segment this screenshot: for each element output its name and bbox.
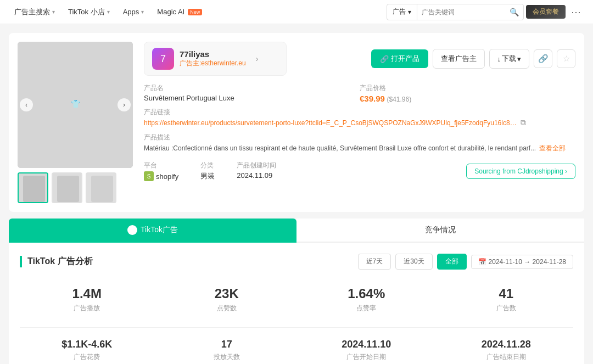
category-section: 分类 男装 (200, 161, 215, 181)
brand-box[interactable]: 7 77iliyas 广告主:estherwinter.eu › (144, 42, 287, 76)
metric-days-value: 17 (165, 339, 289, 350)
metric-days: 17 投放天数 (160, 333, 294, 364)
metric-ad-plays-label: 广告播放 (25, 304, 149, 313)
gallery-next-button[interactable]: › (118, 98, 131, 111)
thumbnail-3[interactable] (86, 172, 116, 203)
filter-30days[interactable]: 近30天 (395, 254, 432, 270)
link-icon: 🔗 (538, 54, 549, 64)
nav-apps[interactable]: Apps ▾ (118, 4, 150, 19)
product-link-label: 产品链接 (144, 108, 575, 117)
svg-rect-9 (23, 176, 45, 202)
download-button[interactable]: ↓ 下载 ▾ (489, 49, 530, 69)
vip-button[interactable]: 会员套餐 (526, 5, 566, 19)
brand-name: 77iliyas (180, 49, 246, 59)
content-tabs: ♪ TikTok广告 竞争情况 (9, 219, 584, 243)
platform-row: 平台 S shopify 分类 男装 产品创建时间 2024.11.09 (144, 161, 575, 181)
metric-likes-label: 点赞数 (165, 304, 289, 313)
nav-ad-search-label: 广告主搜索 (14, 7, 50, 17)
gallery-prev-button[interactable]: ‹ (20, 98, 33, 111)
metric-start-date-value: 2024.11.10 (305, 339, 428, 350)
metric-like-rate: 1.64% 点赞率 (299, 281, 434, 318)
nav-magic-ai[interactable]: Magic AI New (152, 4, 208, 19)
product-card: ‹ › (9, 33, 584, 212)
thumbnail-1[interactable] (18, 172, 48, 203)
product-link-value: https://estherwinter.eu/products/survete… (144, 118, 575, 127)
product-desc-label: 产品描述 (144, 133, 575, 142)
nav-tiktok-shop-chevron: ▾ (107, 9, 110, 15)
meta-grid: 平台 S shopify 分类 男装 产品创建时间 2024.11.09 (144, 161, 276, 181)
search-type-chevron: ▾ (408, 8, 411, 16)
shopify-icon: S (144, 171, 154, 181)
svg-rect-11 (57, 176, 79, 202)
navbar: 广告主搜索 ▾ TikTok 小店 ▾ Apps ▾ Magic AI New … (0, 0, 593, 24)
metric-spend-value: $1.1K-4.6K (25, 339, 149, 350)
search-bar: 广告 ▾ 🔍 (387, 4, 524, 20)
nav-tiktok-shop-label: TikTok 小店 (68, 7, 105, 17)
cj-dropshipping-button[interactable]: Sourcing from CJdropshipping › (466, 164, 575, 179)
product-link-url[interactable]: https://estherwinter.eu/products/survete… (144, 119, 517, 127)
metrics-row-1: 1.4M 广告播放 23K 点赞数 1.64% 点赞率 41 广告数 (20, 281, 573, 318)
platform-label: 平台 (144, 161, 178, 170)
analytics-title: TikTok 广告分析 (20, 256, 93, 267)
date-range-display[interactable]: 📅 2024-11-10 → 2024-11-28 (471, 255, 573, 269)
category-value: 男装 (200, 171, 215, 181)
main-content: ‹ › (0, 24, 593, 364)
metric-end-date-label: 广告结束日期 (445, 352, 568, 362)
brand-logo: 7 (152, 48, 174, 70)
svg-rect-4 (81, 75, 108, 130)
analytics-card: TikTok 广告分析 近7天 近30天 全部 📅 2024-11-10 → 2… (9, 243, 584, 364)
metric-end-date: 2024.11.28 广告结束日期 (439, 333, 574, 364)
brand-link: 广告主:estherwinter.eu (180, 59, 246, 68)
metric-ad-count: 41 广告数 (439, 281, 574, 318)
product-price-label: 产品价格 (360, 83, 575, 93)
filter-7days[interactable]: 近7天 (358, 254, 391, 270)
name-price-grid: 产品名 Survêtement Portugual Luxe 产品价格 €39.… (144, 83, 575, 103)
search-type-selector[interactable]: 广告 ▾ (387, 4, 417, 20)
svg-rect-1 (40, 53, 111, 141)
price-usd: ($41.96) (387, 96, 412, 103)
nav-ad-search-chevron: ▾ (52, 9, 55, 15)
category-label: 分类 (200, 161, 215, 170)
metric-ad-plays: 1.4M 广告播放 (20, 281, 154, 318)
product-desc-text: Matériau :Confectionné dans un tissu res… (144, 143, 575, 153)
metric-start-date-label: 广告开始日期 (305, 352, 428, 362)
product-description-section: 产品描述 Matériau :Confectionné dans un tiss… (144, 133, 575, 153)
tab-competition[interactable]: 竞争情况 (296, 219, 584, 243)
date-filter-group: 近7天 近30天 全部 📅 2024-11-10 → 2024-11-28 (358, 254, 573, 270)
product-details: 7 77iliyas 广告主:estherwinter.eu › 🔗 打开产品 … (144, 42, 575, 203)
created-label: 产品创建时间 (237, 161, 276, 170)
metric-start-date: 2024.11.10 广告开始日期 (299, 333, 434, 364)
metrics-row-2: $1.1K-4.6K 广告花费 17 投放天数 2024.11.10 广告开始日… (20, 333, 573, 364)
search-input[interactable] (417, 8, 505, 16)
product-price-value: €39.99 ($41.96) (360, 94, 575, 103)
metric-ad-count-value: 41 (445, 286, 568, 301)
created-value: 2024.11.09 (237, 171, 276, 180)
filter-all[interactable]: 全部 (437, 254, 467, 270)
svg-rect-5 (56, 75, 94, 113)
share-link-button[interactable]: 🔗 (534, 49, 552, 68)
metric-ad-plays-value: 1.4M (25, 286, 149, 301)
search-button[interactable]: 🔍 (505, 8, 523, 16)
nav-ad-search[interactable]: 广告主搜索 ▾ (9, 4, 60, 20)
brand-actions-row: 7 77iliyas 广告主:estherwinter.eu › 🔗 打开产品 … (144, 42, 575, 76)
thumbnail-2[interactable] (52, 172, 82, 203)
product-price-section: 产品价格 €39.99 ($41.96) (360, 83, 575, 103)
desc-more-button[interactable]: 查看全部 (539, 143, 566, 153)
metric-spend: $1.1K-4.6K 广告花费 (20, 333, 154, 364)
tab-tiktok-ads[interactable]: ♪ TikTok广告 (9, 219, 296, 243)
platform-name: shopify (156, 172, 178, 181)
product-name-label: 产品名 (144, 83, 360, 93)
nav-more-button[interactable]: ⋯ (568, 6, 584, 18)
star-icon: ☆ (563, 54, 570, 64)
brand-chevron-icon: › (256, 54, 259, 63)
nav-tiktok-shop[interactable]: TikTok 小店 ▾ (63, 4, 115, 20)
copy-link-icon[interactable]: ⧉ (521, 118, 526, 127)
favorite-button[interactable]: ☆ (557, 49, 575, 68)
metrics-divider (20, 327, 573, 328)
open-product-button[interactable]: 🔗 打开产品 (371, 49, 428, 68)
metric-end-date-value: 2024.11.28 (445, 339, 568, 350)
calendar-icon: 📅 (478, 258, 486, 266)
search-type-label: 广告 (393, 7, 406, 16)
view-advertiser-button[interactable]: 查看广告主 (433, 49, 485, 69)
gallery-main-image: ‹ › (18, 42, 133, 168)
